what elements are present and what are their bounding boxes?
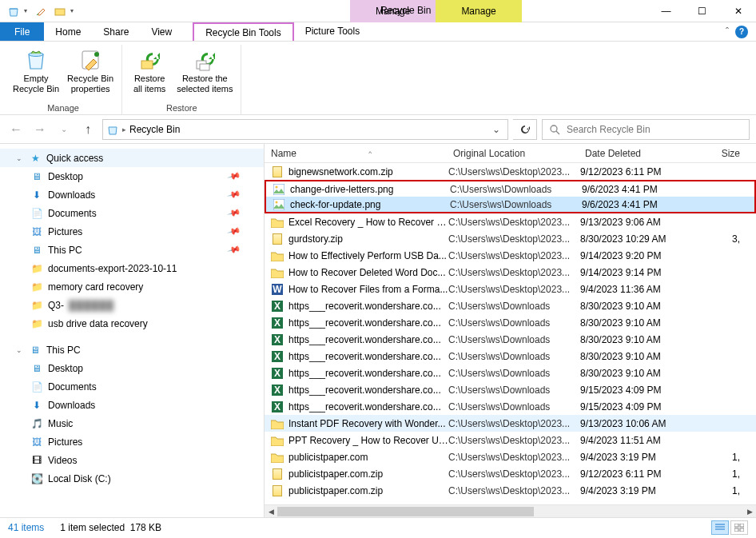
file-row[interactable]: WHow to Recover Files from a Forma...C:\… [265, 281, 756, 297]
column-size[interactable]: Size [705, 148, 756, 159]
file-original-location: C:\Users\ws\Desktop\2023... [448, 284, 580, 295]
minimize-button[interactable]: — [648, 0, 684, 22]
file-name: publicistpaper.com.zip [288, 468, 448, 480]
breadcrumb-location[interactable]: Recycle Bin [129, 124, 180, 135]
close-button[interactable]: ✕ [720, 0, 756, 22]
music-icon: 🎵 [30, 417, 43, 430]
empty-recycle-bin-button[interactable]: Empty Recycle Bin [10, 45, 62, 102]
file-row[interactable]: check-for-update.pngC:\Users\ws\Download… [265, 197, 756, 213]
file-row[interactable]: How to Recover Deleted Word Doc...C:\Use… [265, 264, 756, 281]
file-row[interactable]: change-drive-letters.pngC:\Users\ws\Down… [265, 180, 756, 197]
nav-q3[interactable]: 📁 Q3- ██████ [0, 296, 264, 314]
view-details-button[interactable] [711, 520, 729, 535]
scroll-left-icon[interactable]: ◀ [265, 505, 277, 518]
nav-this-pc-pinned[interactable]: 🖥 This PC 📌 [0, 241, 264, 259]
nav-up-button[interactable]: ↑ [78, 120, 97, 139]
nav-tp-music[interactable]: 🎵 Music [0, 414, 264, 432]
nav-downloads[interactable]: ⬇ Downloads 📌 [0, 185, 264, 204]
file-row[interactable]: publicistpaper.com.zipC:\Users\ws\Deskto… [265, 465, 756, 482]
file-row[interactable]: Xhttps___recoverit.wondershare.co...C:\U… [265, 314, 756, 331]
qat-overflow-icon[interactable]: ▾ [70, 7, 77, 14]
nav-this-pc[interactable]: ⌄ 🖥 This PC [0, 341, 264, 359]
nav-tp-pictures[interactable]: 🖼 Pictures [0, 432, 264, 451]
qat-properties-icon[interactable] [32, 2, 50, 20]
column-date-deleted[interactable]: Date Deleted [579, 148, 705, 159]
file-name: https___recoverit.wondershare.co... [288, 385, 448, 396]
scrollbar-track[interactable] [277, 507, 743, 516]
file-original-location: C:\Users\ws\Desktop\2023... [448, 468, 580, 480]
nav-tp-videos[interactable]: 🎞 Videos [0, 451, 264, 469]
file-row[interactable]: publicistpaper.comC:\Users\ws\Desktop\20… [265, 448, 756, 465]
tab-home[interactable]: Home [44, 22, 92, 41]
tab-picture-tools[interactable]: Picture Tools [294, 22, 371, 41]
nav-desktop[interactable]: 🖥 Desktop 📌 [0, 167, 264, 185]
file-row[interactable]: publicistpaper.com.zipC:\Users\ws\Deskto… [265, 482, 756, 499]
horizontal-scrollbar[interactable]: ◀ ▶ [265, 504, 756, 517]
nav-documents[interactable]: 📄 Documents 📌 [0, 204, 264, 222]
file-row[interactable]: Xhttps___recoverit.wondershare.co...C:\U… [265, 331, 756, 348]
file-row[interactable]: How to Effectively Perform USB Da...C:\U… [265, 247, 756, 264]
file-row[interactable]: gurdstory.zipC:\Users\ws\Desktop\2023...… [265, 230, 756, 247]
nav-tp-documents[interactable]: 📄 Documents [0, 377, 264, 396]
nav-label: This PC [48, 245, 82, 256]
file-row[interactable]: PPT Recovery _ How to Recover Un...C:\Us… [265, 432, 756, 448]
file-name: gurdstory.zip [288, 233, 448, 245]
file-row[interactable]: Xhttps___recoverit.wondershare.co...C:\U… [265, 381, 756, 398]
nav-memory-card[interactable]: 📁 memory card recovery [0, 277, 264, 296]
column-name[interactable]: Name ^ [265, 148, 447, 159]
address-bar[interactable]: ▸ Recycle Bin ⌄ [102, 119, 508, 140]
file-row[interactable]: Excel Recovery _ How to Recover U...C:\U… [265, 213, 756, 230]
nav-tp-localdisk[interactable]: 💽 Local Disk (C:) [0, 469, 264, 488]
chevron-down-icon[interactable]: ▾ [24, 7, 30, 14]
nav-label: This PC [46, 345, 81, 356]
file-row[interactable]: Xhttps___recoverit.wondershare.co...C:\U… [265, 365, 756, 381]
desktop-icon: 🖥 [30, 170, 43, 183]
restore-all-button[interactable]: Restore all items [127, 45, 172, 102]
scrollbar-thumb[interactable] [277, 507, 534, 516]
nav-tp-desktop[interactable]: 🖥 Desktop [0, 359, 264, 377]
contextual-tab-picture[interactable]: Manage [436, 0, 521, 22]
nav-back-button[interactable]: ← [6, 120, 26, 139]
tab-recycle-bin-tools[interactable]: Recycle Bin Tools [193, 22, 294, 41]
restore-selected-button[interactable]: Restore the selected items [173, 45, 236, 102]
address-dropdown-icon[interactable]: ⌄ [488, 124, 504, 135]
refresh-button[interactable] [513, 119, 537, 140]
column-original-location[interactable]: Original Location [447, 148, 579, 159]
qat-recycle-icon[interactable] [5, 2, 22, 20]
qat-new-folder-icon[interactable] [51, 2, 69, 20]
file-date-deleted: 9/12/2023 6:11 PM [580, 166, 706, 177]
tab-view[interactable]: View [140, 22, 183, 41]
nav-forward-button[interactable]: → [30, 120, 50, 139]
tab-share[interactable]: Share [92, 22, 140, 41]
nav-tp-downloads[interactable]: ⬇ Downloads [0, 396, 264, 414]
view-large-icons-button[interactable] [730, 520, 748, 535]
file-list[interactable]: bignewsnetwork.com.zipC:\Users\ws\Deskto… [265, 163, 756, 504]
file-row[interactable]: Xhttps___recoverit.wondershare.co...C:\U… [265, 398, 756, 415]
recycle-bin-properties-button[interactable]: Recycle Bin properties [64, 45, 117, 102]
status-bar: 41 items 1 item selected 178 KB [0, 517, 756, 536]
scroll-right-icon[interactable]: ▶ [743, 505, 756, 518]
search-input[interactable]: Search Recycle Bin [542, 119, 750, 140]
nav-usb-drive[interactable]: 📁 usb drive data recovery [0, 314, 264, 333]
nav-quick-access[interactable]: ⌄ ★ Quick access [0, 149, 264, 167]
tab-file[interactable]: File [0, 22, 44, 41]
nav-docs-export[interactable]: 📁 documents-export-2023-10-11 [0, 259, 264, 277]
maximize-button[interactable]: ☐ [684, 0, 720, 22]
help-icon[interactable]: ? [735, 26, 748, 38]
recycle-bin-icon [106, 123, 119, 136]
file-row[interactable]: bignewsnetwork.com.zipC:\Users\ws\Deskto… [265, 163, 756, 180]
file-row[interactable]: Instant PDF Recovery with Wonder...C:\Us… [265, 415, 756, 432]
file-row[interactable]: Xhttps___recoverit.wondershare.co...C:\U… [265, 297, 756, 314]
chevron-down-icon[interactable]: ⌄ [16, 154, 24, 162]
svg-point-3 [94, 52, 99, 57]
navigation-pane[interactable]: ⌄ ★ Quick access 🖥 Desktop 📌 ⬇ Downloads… [0, 144, 265, 517]
nav-recent-button[interactable]: ⌄ [54, 120, 74, 139]
file-row[interactable]: Xhttps___recoverit.wondershare.co...C:\U… [265, 348, 756, 365]
downloads-icon: ⬇ [30, 189, 43, 201]
file-type-icon: X [271, 401, 284, 413]
nav-pictures[interactable]: 🖼 Pictures 📌 [0, 222, 264, 241]
ribbon-collapse-icon[interactable]: ˆ [726, 26, 729, 38]
file-date-deleted: 9/6/2023 4:41 PM [582, 199, 708, 210]
file-type-icon [271, 216, 284, 229]
chevron-down-icon[interactable]: ⌄ [16, 346, 24, 354]
